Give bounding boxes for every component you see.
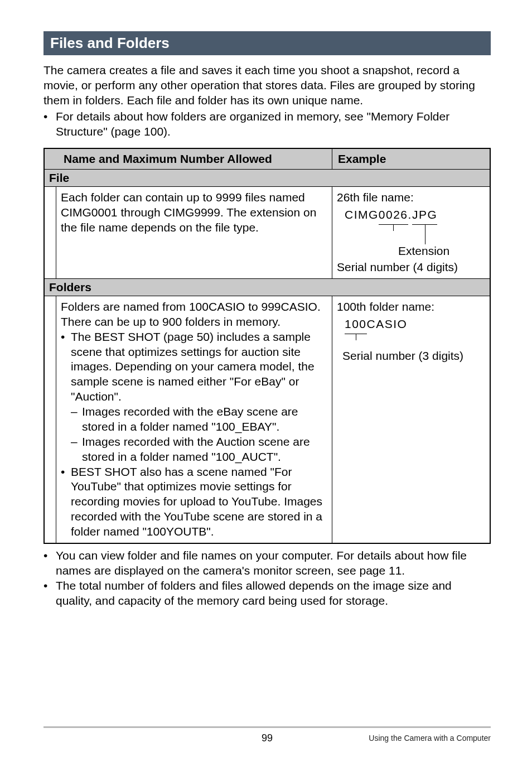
- folders-bullet-1-text: The BEST SHOT (page 50) includes a sampl…: [71, 330, 327, 404]
- foldername-serial: 100: [345, 317, 367, 332]
- row-gutter: [45, 187, 56, 278]
- bullet-dot: •: [61, 465, 71, 539]
- folders-desc-line-2: There can be up to 900 folders in memory…: [61, 315, 327, 330]
- bullet-dot: •: [43, 578, 56, 609]
- folders-subheader: Folders: [45, 279, 490, 296]
- folders-dash-2: – Images recorded with the Auction scene…: [61, 435, 327, 450]
- folders-row: Folders are named from 100CASIO to 999CA…: [45, 296, 490, 543]
- dash-mark: –: [71, 435, 82, 450]
- folders-example-name: 100CASIO: [345, 317, 485, 332]
- filename-serial-annotation: Serial number (4 digits): [337, 260, 485, 275]
- file-example-lead: 26th file name:: [337, 190, 485, 205]
- filename-dot: .: [408, 208, 412, 223]
- file-subheader: File: [45, 170, 490, 187]
- filename-serial: 0026: [379, 208, 408, 223]
- folders-dash-1-text: Images recorded with the eBay scene are: [82, 404, 327, 420]
- footer-chapter: Using the Camera with a Computer: [369, 734, 491, 742]
- filename-ext-annotation: Extension: [337, 244, 485, 259]
- folders-bullet-1: • The BEST SHOT (page 50) includes a sam…: [61, 330, 327, 404]
- filename-ext: JPG: [412, 208, 437, 223]
- file-description-cell: Each folder can contain up to 9999 files…: [56, 187, 332, 278]
- file-example-filename: CIMG0026.JPG: [345, 208, 485, 223]
- intro-bullet-text: For details about how folders are organi…: [56, 109, 491, 139]
- filename-prefix: CIMG: [345, 208, 379, 223]
- column-header-name: Name and Maximum Number Allowed: [45, 149, 332, 169]
- column-header-example: Example: [332, 149, 490, 169]
- after-bullet-1: • You can view folder and file names on …: [43, 548, 491, 578]
- folders-dash-1-cont: stored in a folder named "100_EBAY".: [61, 420, 327, 435]
- folders-dash-2-text: Images recorded with the Auction scene a…: [82, 435, 327, 450]
- bullet-dot: •: [43, 548, 56, 578]
- file-example-cell: 26th file name: CIMG0026.JPG Extension S…: [332, 187, 490, 278]
- folders-bullet-2-text: BEST SHOT also has a scene named "For Yo…: [71, 465, 327, 539]
- folders-dash-1: – Images recorded with the eBay scene ar…: [61, 404, 327, 420]
- folders-desc-line-1: Folders are named from 100CASIO to 999CA…: [61, 300, 327, 315]
- after-bullet-2: • The total number of folders and files …: [43, 578, 491, 609]
- page-number: 99: [262, 732, 273, 744]
- foldername-serial-annotation: Serial number (3 digits): [337, 349, 485, 364]
- intro-paragraph: The camera creates a file and saves it e…: [43, 63, 491, 108]
- folders-example-cell: 100th folder name: 100CASIO Serial numbe…: [332, 296, 490, 543]
- foldername-rest: CASIO: [367, 317, 408, 332]
- folders-example-lead: 100th folder name:: [337, 300, 485, 315]
- after-table-bullets: • You can view folder and file names on …: [43, 548, 491, 609]
- table-header-row: Name and Maximum Number Allowed Example: [45, 149, 490, 170]
- after-bullet-1-text: You can view folder and file names on yo…: [56, 548, 491, 578]
- after-bullet-2-text: The total number of folders and files al…: [56, 578, 491, 609]
- page-footer: 99 Using the Camera with a Computer: [43, 726, 491, 732]
- folders-bullet-2: • BEST SHOT also has a scene named "For …: [61, 465, 327, 539]
- folders-description-cell: Folders are named from 100CASIO to 999CA…: [56, 296, 332, 543]
- folders-dash-2-cont: stored in a folder named "100_AUCT".: [61, 450, 327, 465]
- file-row: Each folder can contain up to 9999 files…: [45, 187, 490, 279]
- bullet-dot: •: [43, 109, 56, 139]
- bullet-dot: •: [61, 330, 71, 404]
- row-gutter: [45, 296, 56, 543]
- intro-bullet: • For details about how folders are orga…: [43, 109, 491, 139]
- files-folders-table: Name and Maximum Number Allowed Example …: [43, 148, 491, 544]
- section-title: Files and Folders: [43, 31, 491, 55]
- dash-mark: –: [71, 404, 82, 420]
